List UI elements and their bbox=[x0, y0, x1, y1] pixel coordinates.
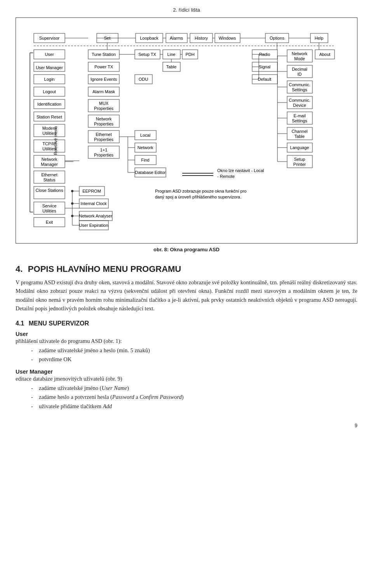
section41-title: MENU SUPERVIZOR bbox=[29, 320, 89, 327]
svg-text:Network: Network bbox=[96, 117, 112, 121]
svg-text:Okno lze nastavit - Local: Okno lze nastavit - Local bbox=[217, 168, 264, 173]
svg-text:MUX: MUX bbox=[99, 101, 109, 106]
svg-text:Settings: Settings bbox=[292, 118, 307, 123]
svg-text:Signal: Signal bbox=[259, 64, 271, 69]
svg-text:Manager: Manager bbox=[41, 162, 58, 167]
svg-text:Language: Language bbox=[290, 145, 309, 150]
svg-text:Modem: Modem bbox=[42, 126, 57, 130]
section41-block: 4.1 MENU SUPERVIZOR bbox=[16, 320, 357, 327]
svg-text:ID: ID bbox=[298, 72, 302, 77]
svg-text:Program ASD zobrazuje pouze ok: Program ASD zobrazuje pouze okna funkční… bbox=[155, 189, 246, 193]
svg-text:Setup TX: Setup TX bbox=[138, 52, 156, 57]
fig-caption: obr. 8: Okna programu ASD bbox=[16, 247, 357, 252]
section4-block: 4. POPIS HLAVNÍHO MENU PROGRAMU bbox=[16, 264, 357, 274]
svg-text:Communic.: Communic. bbox=[289, 82, 310, 87]
usermanager-bullet-2: zadáme heslo a potvrzení hesla (Password… bbox=[39, 393, 357, 402]
usermanager-bullets: zadáme uživatelské jméno (User Name) zad… bbox=[16, 384, 357, 411]
svg-text:Device: Device bbox=[293, 103, 306, 108]
user-bullet-2: potvrdíme OK bbox=[39, 355, 357, 364]
svg-text:Table: Table bbox=[166, 64, 176, 69]
svg-text:Utilities: Utilities bbox=[42, 209, 56, 213]
svg-text:PDH: PDH bbox=[185, 52, 194, 57]
section41-number: 4.1 bbox=[16, 320, 24, 327]
svg-text:Supervisor: Supervisor bbox=[39, 36, 60, 40]
svg-text:Internal Clock: Internal Clock bbox=[80, 201, 107, 206]
svg-text:Channel: Channel bbox=[292, 129, 308, 134]
svg-text:Printer: Printer bbox=[293, 162, 306, 167]
svg-text:Login: Login bbox=[44, 77, 55, 82]
usermanager-bullet-3: uživatele přidáme tlačítkem Add bbox=[39, 402, 357, 411]
svg-text:Properties: Properties bbox=[94, 137, 114, 142]
page-header: 2. řídicí lišta bbox=[16, 7, 357, 13]
svg-text:Local: Local bbox=[140, 133, 150, 137]
usermanager-label: User Manager bbox=[16, 369, 357, 375]
svg-text:Identification: Identification bbox=[37, 102, 61, 106]
user-label: User bbox=[16, 331, 357, 337]
svg-text:Ethernet: Ethernet bbox=[41, 172, 58, 177]
user-desc: přihlášení uživatele do programu ASD (ob… bbox=[16, 338, 357, 344]
svg-text:Network: Network bbox=[42, 157, 58, 162]
svg-text:Decimal: Decimal bbox=[292, 67, 307, 71]
user-bullets: zadáme uživatelské jméno a heslo (min. 5… bbox=[16, 346, 357, 364]
svg-text:Loopback: Loopback bbox=[140, 36, 159, 40]
svg-text:Find: Find bbox=[141, 158, 149, 162]
svg-text:Properties: Properties bbox=[94, 153, 114, 157]
svg-text:Tune Station: Tune Station bbox=[92, 52, 116, 57]
svg-text:daný spoj a úroveň přihlášenéh: daný spoj a úroveň přihlášeného superviz… bbox=[155, 195, 241, 199]
diagram-container: Roletové menu Supervisor Set Loopback Al… bbox=[16, 17, 357, 244]
svg-text:TCP/IP: TCP/IP bbox=[42, 141, 56, 146]
svg-text:User: User bbox=[45, 52, 54, 57]
svg-text:User Manager: User Manager bbox=[36, 65, 63, 70]
page-number: 9 bbox=[16, 423, 357, 428]
svg-text:History: History bbox=[195, 36, 208, 40]
user-bullet-1: zadáme uživatelské jméno a heslo (min. 5… bbox=[39, 346, 357, 355]
svg-text:Mode: Mode bbox=[294, 56, 305, 61]
svg-text:Utilities: Utilities bbox=[42, 131, 56, 136]
header-title: 2. řídicí lišta bbox=[173, 7, 200, 13]
svg-text:Ignore Events: Ignore Events bbox=[91, 77, 117, 82]
svg-text:Close Stations: Close Stations bbox=[36, 188, 63, 193]
svg-text:Alarm Mask: Alarm Mask bbox=[92, 89, 115, 94]
svg-text:Table: Table bbox=[295, 134, 305, 139]
svg-text:Service: Service bbox=[42, 204, 57, 208]
svg-text:About: About bbox=[319, 52, 331, 57]
section4-number: 4. bbox=[16, 264, 23, 274]
svg-text:Communic.: Communic. bbox=[289, 98, 310, 103]
usermanager-desc: editace databáze jmenovitých uživatelů (… bbox=[16, 376, 357, 382]
svg-text:Alarms: Alarms bbox=[170, 36, 183, 40]
svg-text:E-mail: E-mail bbox=[293, 113, 305, 118]
svg-text:ODU: ODU bbox=[139, 77, 148, 82]
svg-text:Exit: Exit bbox=[46, 220, 53, 224]
usermanager-bullet-1: zadáme uživatelské jméno (User Name) bbox=[39, 384, 357, 393]
svg-text:- Remote: - Remote bbox=[217, 174, 235, 179]
svg-text:Network Analyser: Network Analyser bbox=[79, 214, 112, 218]
svg-text:Properties: Properties bbox=[94, 122, 114, 126]
svg-text:Default: Default bbox=[258, 77, 272, 82]
section4-title: POPIS HLAVNÍHO MENU PROGRAMU bbox=[28, 264, 181, 274]
svg-text:EEPROM: EEPROM bbox=[82, 189, 101, 193]
svg-text:Ethernet: Ethernet bbox=[96, 132, 112, 137]
svg-text:Database Editor: Database Editor bbox=[135, 170, 166, 175]
svg-text:Utilities: Utilities bbox=[42, 146, 56, 151]
svg-text:Power TX: Power TX bbox=[94, 64, 113, 69]
svg-text:Logout: Logout bbox=[43, 89, 56, 94]
svg-text:Station Reset: Station Reset bbox=[37, 115, 62, 119]
svg-text:Status: Status bbox=[43, 177, 56, 182]
svg-text:Network: Network bbox=[138, 145, 153, 150]
svg-text:Network: Network bbox=[292, 51, 308, 56]
svg-text:Properties: Properties bbox=[94, 106, 114, 111]
svg-text:Options: Options bbox=[270, 36, 284, 40]
svg-text:Setup: Setup bbox=[294, 157, 305, 162]
svg-text:Windows: Windows bbox=[219, 36, 236, 40]
svg-text:1+1: 1+1 bbox=[100, 148, 108, 152]
svg-text:User Expiration: User Expiration bbox=[79, 223, 108, 228]
svg-text:Line: Line bbox=[167, 52, 176, 57]
svg-text:Settings: Settings bbox=[292, 87, 307, 92]
section4-text: V programu ASD existují dva druhy oken, … bbox=[16, 278, 357, 313]
menu-diagram-svg: Roletové menu Supervisor Set Loopback Al… bbox=[19, 22, 357, 239]
svg-text:Help: Help bbox=[315, 36, 324, 40]
